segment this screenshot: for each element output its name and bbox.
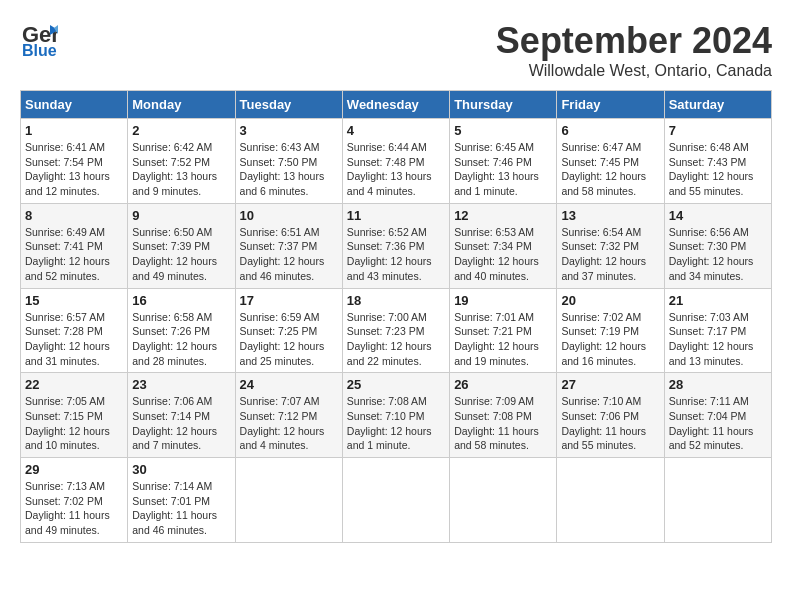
calendar-cell: 25Sunrise: 7:08 AMSunset: 7:10 PMDayligh… — [342, 373, 449, 458]
calendar-cell: 5Sunrise: 6:45 AMSunset: 7:46 PMDaylight… — [450, 119, 557, 204]
day-number: 28 — [669, 377, 767, 392]
day-info: Sunrise: 7:08 AMSunset: 7:10 PMDaylight:… — [347, 394, 445, 453]
calendar-cell — [342, 458, 449, 543]
day-info: Sunrise: 7:14 AMSunset: 7:01 PMDaylight:… — [132, 479, 230, 538]
day-number: 15 — [25, 293, 123, 308]
day-info: Sunrise: 7:07 AMSunset: 7:12 PMDaylight:… — [240, 394, 338, 453]
calendar-cell: 3Sunrise: 6:43 AMSunset: 7:50 PMDaylight… — [235, 119, 342, 204]
day-number: 27 — [561, 377, 659, 392]
day-info: Sunrise: 7:03 AMSunset: 7:17 PMDaylight:… — [669, 310, 767, 369]
day-info: Sunrise: 6:45 AMSunset: 7:46 PMDaylight:… — [454, 140, 552, 199]
day-info: Sunrise: 6:44 AMSunset: 7:48 PMDaylight:… — [347, 140, 445, 199]
calendar-cell: 16Sunrise: 6:58 AMSunset: 7:26 PMDayligh… — [128, 288, 235, 373]
calendar-cell: 6Sunrise: 6:47 AMSunset: 7:45 PMDaylight… — [557, 119, 664, 204]
calendar-cell: 12Sunrise: 6:53 AMSunset: 7:34 PMDayligh… — [450, 203, 557, 288]
day-number: 10 — [240, 208, 338, 223]
day-number: 24 — [240, 377, 338, 392]
calendar-header-row: SundayMondayTuesdayWednesdayThursdayFrid… — [21, 91, 772, 119]
calendar-cell: 17Sunrise: 6:59 AMSunset: 7:25 PMDayligh… — [235, 288, 342, 373]
calendar-cell: 11Sunrise: 6:52 AMSunset: 7:36 PMDayligh… — [342, 203, 449, 288]
day-info: Sunrise: 6:47 AMSunset: 7:45 PMDaylight:… — [561, 140, 659, 199]
day-info: Sunrise: 6:54 AMSunset: 7:32 PMDaylight:… — [561, 225, 659, 284]
page-header: General Blue September 2024 Willowdale W… — [20, 20, 772, 80]
svg-text:Blue: Blue — [22, 42, 57, 59]
calendar-cell: 14Sunrise: 6:56 AMSunset: 7:30 PMDayligh… — [664, 203, 771, 288]
calendar-cell: 30Sunrise: 7:14 AMSunset: 7:01 PMDayligh… — [128, 458, 235, 543]
day-info: Sunrise: 6:48 AMSunset: 7:43 PMDaylight:… — [669, 140, 767, 199]
calendar-cell: 18Sunrise: 7:00 AMSunset: 7:23 PMDayligh… — [342, 288, 449, 373]
day-info: Sunrise: 6:41 AMSunset: 7:54 PMDaylight:… — [25, 140, 123, 199]
column-header-saturday: Saturday — [664, 91, 771, 119]
day-number: 5 — [454, 123, 552, 138]
day-number: 2 — [132, 123, 230, 138]
calendar-cell — [450, 458, 557, 543]
month-title: September 2024 — [496, 20, 772, 62]
day-number: 11 — [347, 208, 445, 223]
day-info: Sunrise: 6:56 AMSunset: 7:30 PMDaylight:… — [669, 225, 767, 284]
calendar-cell: 28Sunrise: 7:11 AMSunset: 7:04 PMDayligh… — [664, 373, 771, 458]
week-row: 1Sunrise: 6:41 AMSunset: 7:54 PMDaylight… — [21, 119, 772, 204]
day-info: Sunrise: 7:06 AMSunset: 7:14 PMDaylight:… — [132, 394, 230, 453]
calendar-cell: 7Sunrise: 6:48 AMSunset: 7:43 PMDaylight… — [664, 119, 771, 204]
calendar-cell: 9Sunrise: 6:50 AMSunset: 7:39 PMDaylight… — [128, 203, 235, 288]
calendar-cell — [557, 458, 664, 543]
day-number: 23 — [132, 377, 230, 392]
location-title: Willowdale West, Ontario, Canada — [496, 62, 772, 80]
day-info: Sunrise: 7:11 AMSunset: 7:04 PMDaylight:… — [669, 394, 767, 453]
day-number: 26 — [454, 377, 552, 392]
logo-icon: General Blue — [20, 20, 58, 64]
column-header-thursday: Thursday — [450, 91, 557, 119]
day-number: 13 — [561, 208, 659, 223]
calendar-cell: 24Sunrise: 7:07 AMSunset: 7:12 PMDayligh… — [235, 373, 342, 458]
day-number: 7 — [669, 123, 767, 138]
column-header-tuesday: Tuesday — [235, 91, 342, 119]
day-info: Sunrise: 6:52 AMSunset: 7:36 PMDaylight:… — [347, 225, 445, 284]
calendar-cell — [664, 458, 771, 543]
day-info: Sunrise: 7:13 AMSunset: 7:02 PMDaylight:… — [25, 479, 123, 538]
week-row: 22Sunrise: 7:05 AMSunset: 7:15 PMDayligh… — [21, 373, 772, 458]
calendar-cell: 10Sunrise: 6:51 AMSunset: 7:37 PMDayligh… — [235, 203, 342, 288]
day-number: 4 — [347, 123, 445, 138]
day-info: Sunrise: 6:42 AMSunset: 7:52 PMDaylight:… — [132, 140, 230, 199]
day-number: 20 — [561, 293, 659, 308]
calendar-cell: 2Sunrise: 6:42 AMSunset: 7:52 PMDaylight… — [128, 119, 235, 204]
calendar-cell: 23Sunrise: 7:06 AMSunset: 7:14 PMDayligh… — [128, 373, 235, 458]
calendar-cell: 29Sunrise: 7:13 AMSunset: 7:02 PMDayligh… — [21, 458, 128, 543]
day-number: 25 — [347, 377, 445, 392]
column-header-friday: Friday — [557, 91, 664, 119]
week-row: 15Sunrise: 6:57 AMSunset: 7:28 PMDayligh… — [21, 288, 772, 373]
calendar-cell: 21Sunrise: 7:03 AMSunset: 7:17 PMDayligh… — [664, 288, 771, 373]
calendar-cell: 1Sunrise: 6:41 AMSunset: 7:54 PMDaylight… — [21, 119, 128, 204]
day-info: Sunrise: 7:10 AMSunset: 7:06 PMDaylight:… — [561, 394, 659, 453]
day-number: 29 — [25, 462, 123, 477]
day-number: 17 — [240, 293, 338, 308]
calendar-cell: 4Sunrise: 6:44 AMSunset: 7:48 PMDaylight… — [342, 119, 449, 204]
calendar-cell — [235, 458, 342, 543]
calendar-cell: 27Sunrise: 7:10 AMSunset: 7:06 PMDayligh… — [557, 373, 664, 458]
day-number: 9 — [132, 208, 230, 223]
day-info: Sunrise: 7:05 AMSunset: 7:15 PMDaylight:… — [25, 394, 123, 453]
day-info: Sunrise: 7:02 AMSunset: 7:19 PMDaylight:… — [561, 310, 659, 369]
week-row: 29Sunrise: 7:13 AMSunset: 7:02 PMDayligh… — [21, 458, 772, 543]
day-number: 22 — [25, 377, 123, 392]
title-block: September 2024 Willowdale West, Ontario,… — [496, 20, 772, 80]
day-info: Sunrise: 6:43 AMSunset: 7:50 PMDaylight:… — [240, 140, 338, 199]
day-number: 21 — [669, 293, 767, 308]
day-info: Sunrise: 7:09 AMSunset: 7:08 PMDaylight:… — [454, 394, 552, 453]
week-row: 8Sunrise: 6:49 AMSunset: 7:41 PMDaylight… — [21, 203, 772, 288]
logo: General Blue — [20, 20, 58, 64]
day-number: 18 — [347, 293, 445, 308]
calendar-cell: 20Sunrise: 7:02 AMSunset: 7:19 PMDayligh… — [557, 288, 664, 373]
calendar-cell: 26Sunrise: 7:09 AMSunset: 7:08 PMDayligh… — [450, 373, 557, 458]
day-info: Sunrise: 6:50 AMSunset: 7:39 PMDaylight:… — [132, 225, 230, 284]
day-number: 12 — [454, 208, 552, 223]
day-number: 8 — [25, 208, 123, 223]
day-info: Sunrise: 6:57 AMSunset: 7:28 PMDaylight:… — [25, 310, 123, 369]
column-header-sunday: Sunday — [21, 91, 128, 119]
calendar-cell: 19Sunrise: 7:01 AMSunset: 7:21 PMDayligh… — [450, 288, 557, 373]
calendar-cell: 8Sunrise: 6:49 AMSunset: 7:41 PMDaylight… — [21, 203, 128, 288]
calendar-cell: 13Sunrise: 6:54 AMSunset: 7:32 PMDayligh… — [557, 203, 664, 288]
day-info: Sunrise: 7:01 AMSunset: 7:21 PMDaylight:… — [454, 310, 552, 369]
day-number: 16 — [132, 293, 230, 308]
day-info: Sunrise: 6:59 AMSunset: 7:25 PMDaylight:… — [240, 310, 338, 369]
